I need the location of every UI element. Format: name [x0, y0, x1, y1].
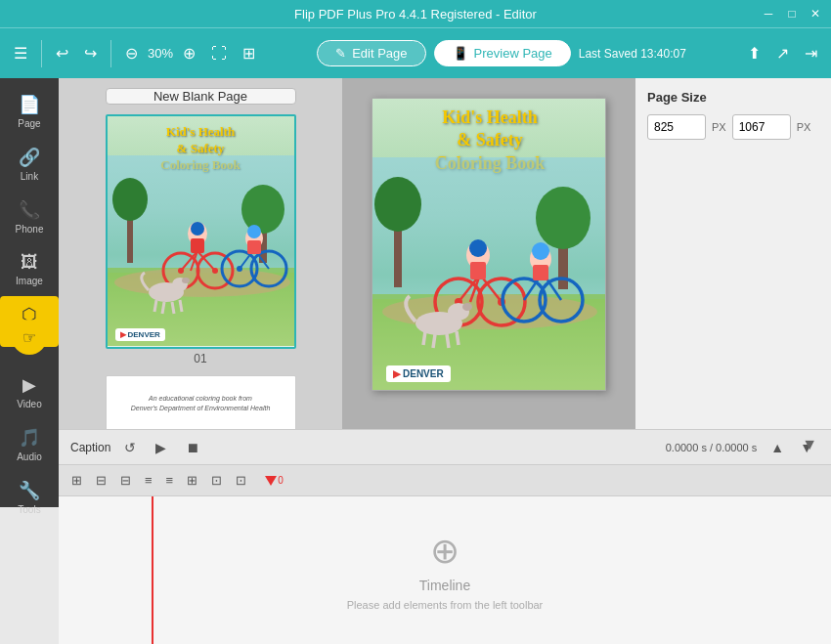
svg-rect-16 — [191, 238, 204, 253]
main-page-canvas: Kid's Health& SafetyColoring Book — [372, 98, 606, 391]
video-icon: ▶ — [22, 374, 36, 396]
sidebar-item-phone[interactable]: 📞 Phone — [0, 192, 59, 242]
svg-line-28 — [154, 300, 156, 312]
tl-button-5[interactable]: ≡ — [161, 471, 179, 490]
minimize-button[interactable]: ─ — [761, 6, 776, 21]
tl-button-4[interactable]: ≡ — [140, 471, 157, 490]
width-px-label: PX — [712, 121, 726, 133]
undo-button[interactable]: ↩ — [50, 40, 74, 66]
svg-point-61 — [469, 239, 487, 257]
rewind-button[interactable]: ↺ — [118, 438, 142, 457]
share-button[interactable]: ⇥ — [799, 40, 823, 66]
tl-button-6[interactable]: ⊞ — [182, 471, 202, 490]
main-cover-art: Kid's Health& SafetyColoring Book — [372, 99, 606, 391]
svg-point-68 — [532, 242, 549, 260]
toolbar-right: ⬆ ↗ ⇥ — [742, 40, 823, 66]
link-icon: 🔗 — [19, 147, 40, 168]
main-denver-badge: ▶ DENVER — [386, 365, 451, 382]
svg-point-15 — [191, 222, 204, 236]
sidebar-item-video[interactable]: ▶ Video — [0, 366, 59, 417]
tl-button-3[interactable]: ⊟ — [115, 471, 136, 490]
tools-icon: 🔧 — [19, 480, 40, 501]
timeline-toolbar: ⊞ ⊟ ⊟ ≡ ≡ ⊞ ⊡ ⊡ 0 — [59, 465, 831, 496]
video-label: Video — [17, 399, 41, 409]
cursor-indicator: ☞ — [12, 320, 47, 355]
playhead-time: 0 — [278, 475, 284, 486]
zoom-in-button[interactable]: ⊕ — [177, 40, 201, 66]
toolbar-center: ✎ Edit Page 📱 Preview Page Last Saved 13… — [265, 40, 738, 66]
link-label: Link — [21, 171, 38, 182]
svg-rect-24 — [247, 240, 261, 254]
stop-button[interactable]: ⏹ — [180, 438, 205, 457]
volume-up-button[interactable]: ▲ — [765, 438, 790, 457]
timeline-content: ⊕ Timeline Please add elements from the … — [59, 496, 831, 644]
time-display: 0.0000 s / 0.0000 s — [666, 442, 758, 453]
svg-line-30 — [172, 302, 174, 314]
svg-line-74 — [433, 334, 435, 348]
edit-page-label: Edit Page — [352, 46, 407, 61]
svg-line-73 — [423, 331, 425, 345]
cover-illustration — [108, 155, 294, 346]
playhead-line — [152, 496, 153, 644]
side-navigation: 📄 Page 🔗 Link 📞 Phone 🖼 Image ⬡ Shape ☞ … — [0, 78, 59, 507]
redo-button[interactable]: ↪ — [78, 40, 103, 66]
denver-badge-thumb: ▶ DENVER — [115, 328, 165, 341]
preview-page-label: Preview Page — [474, 46, 552, 61]
tl-button-7[interactable]: ⊡ — [206, 471, 227, 490]
sidebar-item-audio[interactable]: 🎵 Audio — [0, 419, 59, 470]
svg-line-29 — [162, 302, 164, 314]
page-height-input[interactable] — [732, 114, 791, 140]
preview-page-button[interactable]: 📱 Preview Page — [434, 40, 571, 66]
page-icon: 📄 — [19, 94, 40, 115]
height-px-label: PX — [797, 121, 811, 133]
sidebar-item-link[interactable]: 🔗 Link — [0, 139, 59, 190]
timeline-placeholder: ⊕ Timeline Please add elements from the … — [347, 531, 544, 611]
tl-button-8[interactable]: ⊡ — [231, 471, 251, 490]
page-2-text: An educational coloring book from Denver… — [131, 394, 271, 413]
toolbar-separator-2 — [110, 40, 111, 67]
svg-line-76 — [457, 331, 459, 345]
caption-label: Caption — [70, 441, 110, 454]
svg-rect-69 — [533, 265, 548, 280]
tl-button-2[interactable]: ⊟ — [91, 471, 111, 490]
edit-page-icon: ✎ — [335, 46, 346, 61]
timeline-message: Please add elements from the left toolba… — [347, 599, 544, 611]
timeline-ruler: 0 — [255, 465, 823, 495]
sidebar-item-tools[interactable]: 🔧 Tools — [0, 472, 59, 523]
image-label: Image — [16, 276, 43, 286]
tools-label: Tools — [18, 504, 40, 515]
page-label: Page — [18, 118, 40, 129]
close-button[interactable]: ✕ — [808, 6, 823, 21]
phone-icon: 📞 — [19, 199, 40, 221]
sidebar-item-image[interactable]: 🖼 Image — [0, 244, 59, 294]
sidebar-item-shape[interactable]: ⬡ Shape ☞ — [0, 296, 59, 347]
svg-point-27 — [182, 278, 190, 283]
app-title: Flip PDF Plus Pro 4.4.1 Registered - Edi… — [294, 7, 537, 21]
export-button[interactable]: ↗ — [770, 40, 795, 66]
svg-point-50 — [536, 187, 590, 249]
svg-point-23 — [247, 225, 261, 238]
preview-icon: 📱 — [453, 46, 468, 61]
edit-page-button[interactable]: ✎ Edit Page — [317, 40, 425, 66]
view-toggle-button[interactable]: ⊞ — [237, 40, 261, 66]
audio-icon: 🎵 — [19, 427, 40, 449]
play-button[interactable]: ▶ — [150, 438, 172, 457]
page-width-input[interactable] — [647, 114, 706, 140]
tl-add-layer-button[interactable]: ⊞ — [66, 471, 87, 490]
maximize-button[interactable]: □ — [784, 6, 800, 21]
svg-point-6 — [112, 178, 148, 221]
sidebar-item-page[interactable]: 📄 Page — [0, 86, 59, 137]
page-1-cover-art: Kid's Health& SafetyColoring Book — [108, 116, 294, 347]
bottom-timeline-panel: Caption ↺ ▶ ⏹ 0.0000 s / 0.0000 s ▲ ▼ ▼ … — [59, 429, 831, 644]
zoom-out-button[interactable]: ⊖ — [119, 40, 144, 66]
collapse-button[interactable]: ▼ — [796, 434, 823, 455]
import-button[interactable]: ⬆ — [742, 40, 766, 66]
fit-view-button[interactable]: ⛶ — [205, 41, 233, 66]
page-1-container: Kid's Health& SafetyColoring Book — [106, 114, 296, 365]
hamburger-menu-button[interactable]: ☰ — [8, 40, 33, 66]
page-1-thumbnail[interactable]: Kid's Health& SafetyColoring Book — [106, 114, 296, 349]
main-toolbar: ☰ ↩ ↪ ⊖ 30% ⊕ ⛶ ⊞ ✎ Edit Page 📱 Preview … — [0, 27, 831, 78]
new-blank-page-button[interactable]: New Blank Page — [106, 88, 296, 105]
svg-point-72 — [462, 303, 472, 311]
toolbar-separator-1 — [41, 40, 42, 67]
